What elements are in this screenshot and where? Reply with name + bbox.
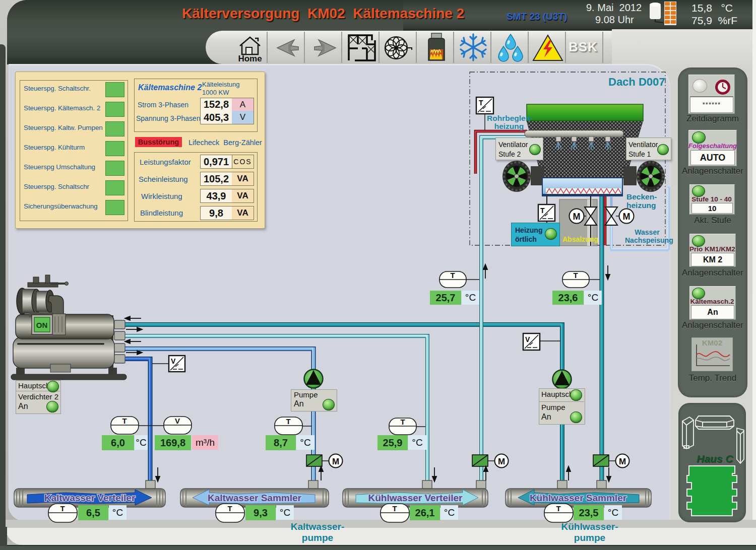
svg-text:ON: ON [36, 321, 48, 329]
svg-text:V: V [171, 357, 176, 365]
svg-text:T: T [556, 504, 560, 513]
svg-text:M: M [498, 457, 505, 466]
svg-text:T: T [227, 504, 232, 513]
svg-text:Kaltwasser Sammler: Kaltwasser Sammler [208, 493, 301, 503]
svg-text:M: M [332, 457, 339, 466]
svg-text:KM02: KM02 [702, 338, 722, 347]
svg-text:M: M [619, 457, 626, 466]
svg-text:T: T [400, 418, 405, 426]
svg-text:Kühlwasser Sammler: Kühlwasser Sammler [530, 493, 627, 503]
svg-text:T: T [573, 271, 578, 280]
svg-text:T: T [122, 417, 127, 425]
svg-text:Kaltwasser Verteiler: Kaltwasser Verteiler [44, 493, 136, 503]
svg-text:T: T [540, 207, 545, 215]
svg-text:T: T [479, 99, 483, 107]
svg-text:M: M [623, 212, 631, 222]
svg-text:V: V [525, 335, 530, 343]
svg-text:T: T [450, 271, 455, 280]
svg-text:V: V [175, 417, 180, 425]
svg-text:T: T [60, 504, 65, 513]
svg-text:T: T [286, 417, 290, 426]
svg-text:Kühlwasser Verteiler: Kühlwasser Verteiler [368, 493, 463, 503]
svg-text:T: T [392, 504, 397, 513]
svg-text:Haus C: Haus C [697, 453, 733, 464]
svg-text:M: M [573, 212, 581, 222]
